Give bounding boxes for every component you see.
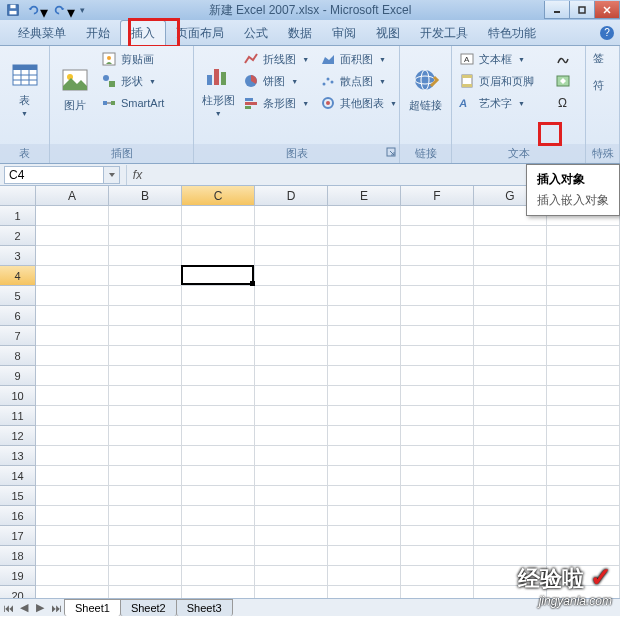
symbol-button[interactable]: Ω (552, 93, 581, 113)
cell[interactable] (255, 526, 328, 546)
cell[interactable] (328, 566, 401, 586)
cell[interactable] (474, 366, 547, 386)
cell[interactable] (547, 466, 620, 486)
column-header[interactable]: E (328, 186, 401, 206)
row-header[interactable]: 12 (0, 426, 36, 446)
row-header[interactable]: 8 (0, 346, 36, 366)
cell[interactable] (109, 226, 182, 246)
cell[interactable] (109, 266, 182, 286)
cell[interactable] (36, 526, 109, 546)
cell[interactable] (36, 226, 109, 246)
cell[interactable] (109, 406, 182, 426)
cell[interactable] (255, 246, 328, 266)
cell[interactable] (401, 326, 474, 346)
cell[interactable] (109, 246, 182, 266)
scatter-chart-button[interactable]: 散点图▼ (317, 71, 395, 91)
cell[interactable] (109, 386, 182, 406)
dialog-launcher-icon[interactable] (386, 147, 396, 157)
tab-special[interactable]: 特色功能 (478, 21, 546, 45)
cell[interactable] (547, 506, 620, 526)
tab-nav-prev[interactable]: ◀ (16, 600, 32, 616)
cell[interactable] (474, 546, 547, 566)
tab-formulas[interactable]: 公式 (234, 21, 278, 45)
tab-page-layout[interactable]: 页面布局 (166, 21, 234, 45)
cell[interactable] (182, 566, 255, 586)
cell[interactable] (109, 486, 182, 506)
cell[interactable] (182, 206, 255, 226)
cell[interactable] (182, 226, 255, 246)
cell[interactable] (109, 506, 182, 526)
cell[interactable] (401, 386, 474, 406)
tab-home[interactable]: 开始 (76, 21, 120, 45)
cell[interactable] (474, 406, 547, 426)
cell[interactable] (401, 346, 474, 366)
cell[interactable] (36, 366, 109, 386)
cell[interactable] (36, 246, 109, 266)
cell[interactable] (547, 366, 620, 386)
cell[interactable] (182, 326, 255, 346)
cell[interactable] (36, 506, 109, 526)
cell[interactable] (255, 206, 328, 226)
cell[interactable] (401, 486, 474, 506)
cell[interactable] (255, 326, 328, 346)
row-header[interactable]: 15 (0, 486, 36, 506)
row-header[interactable]: 17 (0, 526, 36, 546)
cell[interactable] (328, 246, 401, 266)
cell[interactable] (328, 386, 401, 406)
cell[interactable] (401, 266, 474, 286)
row-header[interactable]: 1 (0, 206, 36, 226)
cell[interactable] (255, 426, 328, 446)
cell[interactable] (182, 426, 255, 446)
picture-button[interactable]: 图片 (54, 49, 96, 127)
row-header[interactable]: 7 (0, 326, 36, 346)
cell[interactable] (401, 426, 474, 446)
cell[interactable] (36, 286, 109, 306)
cell[interactable] (547, 406, 620, 426)
cell[interactable] (474, 266, 547, 286)
cell[interactable] (182, 506, 255, 526)
cell[interactable] (36, 306, 109, 326)
cell[interactable] (328, 206, 401, 226)
cell[interactable] (401, 246, 474, 266)
pie-chart-button[interactable]: 饼图▼ (240, 71, 315, 91)
row-header[interactable]: 6 (0, 306, 36, 326)
cell[interactable] (547, 426, 620, 446)
row-header[interactable]: 3 (0, 246, 36, 266)
sym-button[interactable]: 符 (590, 76, 607, 95)
row-header[interactable]: 9 (0, 366, 36, 386)
column-header[interactable]: D (255, 186, 328, 206)
cell[interactable] (328, 306, 401, 326)
obj-button[interactable] (590, 70, 607, 74)
cell[interactable] (182, 246, 255, 266)
cells-area[interactable] (36, 206, 620, 606)
name-box[interactable]: C4 (4, 166, 104, 184)
row-header[interactable]: 5 (0, 286, 36, 306)
cell[interactable] (328, 426, 401, 446)
cell[interactable] (401, 566, 474, 586)
cell[interactable] (36, 266, 109, 286)
cell[interactable] (401, 286, 474, 306)
chevron-down-icon[interactable]: ▾ (67, 3, 74, 17)
cell[interactable] (255, 406, 328, 426)
cell[interactable] (474, 446, 547, 466)
cell[interactable] (474, 486, 547, 506)
cell[interactable] (109, 566, 182, 586)
wordart-button[interactable]: A艺术字▼ (456, 93, 550, 113)
cell[interactable] (255, 286, 328, 306)
cell[interactable] (547, 246, 620, 266)
sheet-tab-2[interactable]: Sheet2 (120, 599, 177, 616)
cell[interactable] (182, 366, 255, 386)
cell[interactable] (328, 506, 401, 526)
qat-customize-icon[interactable]: ▾ (80, 5, 85, 15)
cell[interactable] (36, 446, 109, 466)
cell[interactable] (182, 526, 255, 546)
cell[interactable] (474, 526, 547, 546)
object-button[interactable] (552, 71, 581, 91)
cell[interactable] (109, 446, 182, 466)
fx-button[interactable]: fx (126, 165, 148, 185)
cell[interactable] (547, 526, 620, 546)
cell[interactable] (109, 426, 182, 446)
select-all-corner[interactable] (0, 186, 36, 206)
tab-review[interactable]: 审阅 (322, 21, 366, 45)
cell[interactable] (109, 306, 182, 326)
